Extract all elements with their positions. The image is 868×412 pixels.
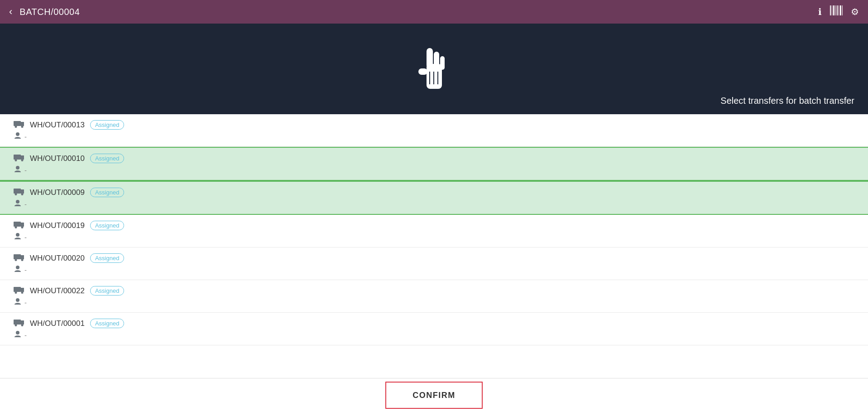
svg-point-49 <box>21 324 24 326</box>
svg-point-19 <box>21 126 24 128</box>
transfer-id: WH/OUT/00022 <box>30 286 85 296</box>
svg-point-44 <box>21 291 24 294</box>
svg-point-40 <box>16 266 19 269</box>
transfer-id: WH/OUT/00019 <box>30 221 85 230</box>
svg-rect-9 <box>418 68 427 75</box>
truck-icon <box>14 220 24 231</box>
truck-icon <box>14 153 24 164</box>
svg-point-29 <box>21 193 24 195</box>
svg-rect-36 <box>14 254 21 259</box>
svg-point-39 <box>21 259 24 261</box>
hero-section: Select transfers for batch transfer <box>0 24 868 114</box>
truck-icon <box>14 253 24 263</box>
status-badge: Assigned <box>90 221 124 230</box>
svg-point-43 <box>15 291 17 294</box>
svg-point-30 <box>16 200 19 204</box>
list-item[interactable]: WH/OUT/00019 Assigned - <box>0 215 868 247</box>
transfer-id: WH/OUT/00010 <box>30 154 85 163</box>
status-badge: Assigned <box>90 120 124 130</box>
status-badge: Assigned <box>90 154 124 163</box>
svg-point-34 <box>21 226 24 228</box>
svg-point-48 <box>15 324 17 326</box>
person-icon <box>14 199 21 208</box>
hero-instruction: Select transfers for batch transfer <box>720 96 854 106</box>
assignee-value: - <box>24 166 27 174</box>
assignee-value: - <box>24 133 27 141</box>
svg-rect-6 <box>840 5 841 15</box>
truck-icon <box>14 187 24 198</box>
svg-point-25 <box>16 166 19 170</box>
svg-rect-7 <box>842 5 843 15</box>
svg-point-24 <box>21 159 24 161</box>
svg-rect-12 <box>440 56 445 70</box>
svg-rect-41 <box>14 287 21 292</box>
svg-rect-3 <box>835 5 836 15</box>
status-badge: Assigned <box>90 319 124 328</box>
list-item[interactable]: WH/OUT/00001 Assigned - <box>0 313 868 345</box>
svg-rect-2 <box>833 5 834 15</box>
person-icon <box>14 132 21 141</box>
svg-rect-21 <box>14 155 21 160</box>
top-bar-icons: ℹ ⚙ <box>818 5 859 18</box>
svg-rect-31 <box>14 222 21 227</box>
svg-point-33 <box>15 226 17 228</box>
transfers-list: WH/OUT/00013 Assigned - <box>0 114 868 412</box>
list-item[interactable]: WH/OUT/00022 Assigned - <box>0 280 868 313</box>
list-item[interactable]: WH/OUT/00020 Assigned - <box>0 247 868 280</box>
svg-point-18 <box>15 126 17 128</box>
svg-rect-26 <box>14 189 21 194</box>
svg-marker-22 <box>21 155 24 160</box>
svg-rect-46 <box>14 320 21 325</box>
transfer-id: WH/OUT/00013 <box>30 121 85 130</box>
status-badge: Assigned <box>90 253 124 263</box>
svg-marker-37 <box>21 255 24 259</box>
confirm-button[interactable]: CONFIRM <box>385 382 483 409</box>
svg-point-23 <box>15 159 17 161</box>
person-icon <box>14 233 21 242</box>
svg-rect-11 <box>434 52 439 68</box>
svg-point-50 <box>16 331 19 334</box>
truck-icon <box>14 120 24 130</box>
transfer-id: WH/OUT/00009 <box>30 188 85 197</box>
assignee-value: - <box>24 233 27 241</box>
svg-point-38 <box>15 259 17 261</box>
info-icon[interactable]: ℹ <box>818 6 822 17</box>
settings-icon[interactable]: ⚙ <box>851 6 859 17</box>
svg-rect-4 <box>837 5 838 15</box>
svg-point-35 <box>16 233 19 237</box>
status-badge: Assigned <box>90 188 124 197</box>
svg-rect-5 <box>839 5 839 15</box>
person-icon <box>14 265 21 274</box>
assignee-value: - <box>24 299 27 306</box>
svg-marker-27 <box>21 189 24 194</box>
truck-icon <box>14 286 24 296</box>
list-item[interactable]: WH/OUT/00009 Assigned - <box>0 181 868 215</box>
svg-rect-1 <box>832 5 832 15</box>
svg-point-45 <box>16 298 19 302</box>
back-button[interactable]: ‹ <box>9 6 12 18</box>
svg-rect-0 <box>830 5 831 15</box>
confirm-bar: CONFIRM <box>0 378 868 412</box>
svg-marker-42 <box>21 288 24 292</box>
assignee-value: - <box>24 200 27 208</box>
assignee-value: - <box>24 331 27 339</box>
svg-point-20 <box>16 132 19 136</box>
page-title: BATCH/00004 <box>19 7 80 17</box>
svg-marker-32 <box>21 223 24 227</box>
transfer-id: WH/OUT/00020 <box>30 254 85 263</box>
list-item[interactable]: WH/OUT/00010 Assigned - <box>0 147 868 181</box>
barcode-icon[interactable] <box>830 5 843 18</box>
person-icon <box>14 165 21 174</box>
person-icon <box>14 298 21 307</box>
svg-rect-10 <box>427 48 433 68</box>
top-bar-left: ‹ BATCH/00004 <box>9 6 80 18</box>
svg-rect-16 <box>14 121 21 126</box>
svg-marker-47 <box>21 320 24 325</box>
svg-point-28 <box>15 193 17 195</box>
status-badge: Assigned <box>90 286 124 296</box>
top-bar: ‹ BATCH/00004 ℹ ⚙ <box>0 0 868 24</box>
assignee-value: - <box>24 266 27 274</box>
svg-marker-17 <box>21 122 24 126</box>
transfer-id: WH/OUT/00001 <box>30 319 85 328</box>
list-item[interactable]: WH/OUT/00013 Assigned - <box>0 114 868 147</box>
